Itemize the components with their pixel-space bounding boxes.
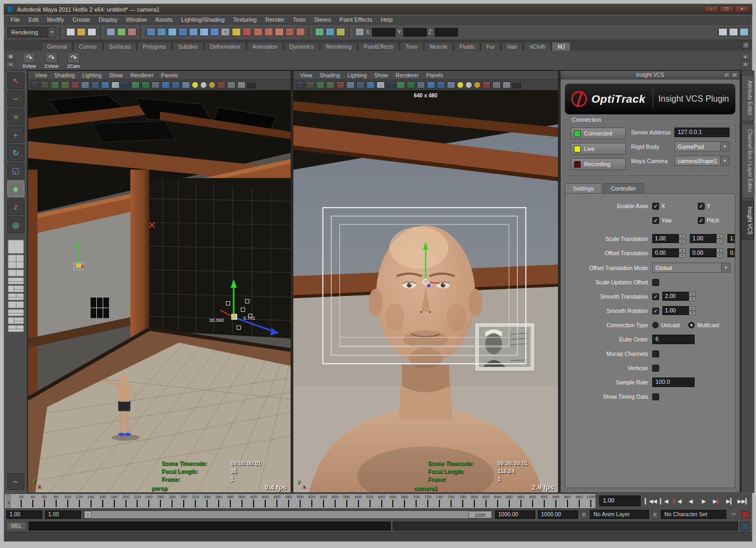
step-forward-key-button[interactable]: ▶▎ xyxy=(711,496,723,507)
vcs-panel-titlebar[interactable]: Insight VCS ▪ × xyxy=(561,71,740,79)
shelf-tab[interactable]: Animation xyxy=(247,42,283,51)
scale-updates-offset-checkbox[interactable] xyxy=(652,279,659,286)
bookmark-icon[interactable] xyxy=(61,82,69,88)
offset-translation-spinbox[interactable]: 0.00▲▼ xyxy=(690,248,723,258)
panel-menu-item[interactable]: Renderer xyxy=(127,72,157,78)
use-default-material-icon[interactable] xyxy=(111,82,120,88)
smooth-translation-checkbox[interactable]: ✓ xyxy=(652,293,659,300)
menu-item[interactable]: Lighting/Shading xyxy=(177,16,229,23)
light-gray-icon[interactable] xyxy=(465,82,472,88)
lock-camera-icon[interactable] xyxy=(41,82,49,88)
minimize-button[interactable]: – xyxy=(704,6,718,13)
scale-translation-spinbox[interactable]: 1.00▲▼ xyxy=(690,234,723,244)
attribute-editor-toggle-icon[interactable] xyxy=(718,28,727,36)
menu-item[interactable]: Render xyxy=(261,16,289,23)
go-to-end-button[interactable]: ▶▶▎ xyxy=(737,496,750,507)
snap-point-icon[interactable] xyxy=(168,28,177,36)
offset-mode-dropdown[interactable]: Global ▼ xyxy=(652,263,731,273)
field-chart-icon[interactable] xyxy=(437,82,445,88)
save-scene-icon[interactable] xyxy=(87,28,96,36)
image-plane-icon[interactable] xyxy=(336,82,345,88)
custom-tool-icon[interactable]: ~ xyxy=(7,473,24,490)
euler-order-input[interactable]: 6 xyxy=(652,335,695,344)
sidebar-vertical-tab[interactable]: Attribute Editor xyxy=(742,75,754,121)
render-current-frame-icon[interactable] xyxy=(315,28,324,36)
snap-grid-icon[interactable] xyxy=(147,28,156,36)
shadows-icon[interactable] xyxy=(121,82,130,88)
gate-mask-icon[interactable] xyxy=(161,82,170,88)
shelf-tab[interactable]: Fur xyxy=(481,42,501,51)
mel-command-input[interactable] xyxy=(29,522,391,531)
offset-translation-spinbox[interactable]: 0.00▲▼ xyxy=(727,248,735,258)
go-to-start-button[interactable]: ▎◀◀ xyxy=(645,496,657,507)
textured-icon[interactable] xyxy=(366,82,375,88)
channel-box-toggle-icon[interactable] xyxy=(740,28,749,36)
bookmark-icon[interactable] xyxy=(326,82,335,88)
panel-menu-item[interactable]: Panels xyxy=(157,72,182,78)
shelf-tab[interactable]: Hair xyxy=(501,42,523,51)
gate-mask-icon[interactable] xyxy=(427,82,435,88)
play-forwards-button[interactable]: ▶ xyxy=(698,496,710,507)
safe-action-icon[interactable] xyxy=(182,82,190,88)
show-timing-data-checkbox[interactable] xyxy=(652,393,659,400)
menu-item[interactable]: File xyxy=(6,16,24,23)
shelf-tab[interactable]: General xyxy=(41,42,73,51)
persp-viewport-canvas[interactable]: 30.060 5.701 Scene Timecode:00:00:00:01 … xyxy=(28,91,291,492)
statusline-grip[interactable] xyxy=(100,26,103,38)
point-magnet-icon[interactable] xyxy=(275,28,284,36)
live-button[interactable]: Live xyxy=(571,143,626,155)
smooth-rotation-checkbox[interactable]: ✓ xyxy=(652,308,659,315)
show-manipulator-tool-icon[interactable]: ◎ xyxy=(7,217,24,233)
resolution-gate-icon[interactable] xyxy=(151,82,160,88)
scale-translation-spinbox[interactable]: 1.00▲▼ xyxy=(727,234,735,244)
open-scene-icon[interactable] xyxy=(77,28,86,36)
wireframe-icon[interactable] xyxy=(346,82,355,88)
layout-single-pane-button[interactable] xyxy=(8,240,24,254)
camera-attributes-icon[interactable] xyxy=(51,82,59,88)
statusline-grip[interactable] xyxy=(59,26,63,38)
shelf-tab[interactable]: Fluids xyxy=(454,42,480,51)
image-plane-icon[interactable] xyxy=(71,82,79,88)
close-button[interactable]: × xyxy=(735,6,749,13)
range-bar[interactable] xyxy=(92,511,469,518)
smooth-rotation-spinbox[interactable]: 1.00▲▼ xyxy=(662,306,696,316)
offset-translation-spinbox[interactable]: 0.00▲▼ xyxy=(652,248,686,258)
camera-attributes-icon[interactable] xyxy=(316,82,325,88)
menu-item[interactable]: Stereo xyxy=(310,16,335,23)
axis-y-checkbox[interactable]: ✓Y xyxy=(698,203,735,210)
shelf-tab[interactable]: Toon xyxy=(400,42,424,51)
script-editor-icon[interactable] xyxy=(740,522,750,531)
smooth-translation-spinbox[interactable]: 2.00▲▼ xyxy=(662,292,696,301)
rotate-tool-icon[interactable]: ↻ xyxy=(7,145,24,161)
layout-two-vertical-button[interactable] xyxy=(8,269,24,276)
connected-button[interactable]: Connected xyxy=(571,128,626,139)
menu-item[interactable]: Paint Effects xyxy=(335,16,376,23)
scale-translation-spinbox[interactable]: 1.00▲▼ xyxy=(652,234,686,244)
snap-align-icon[interactable] xyxy=(210,28,219,36)
axis-pitch-checkbox[interactable]: ✓Pitch xyxy=(698,217,735,224)
shelf-tab[interactable]: MJ xyxy=(552,42,571,51)
axis-magnet-icon[interactable] xyxy=(285,28,294,36)
layout-hypershade-button[interactable] xyxy=(8,317,24,324)
isolate-select-icon[interactable] xyxy=(217,82,226,88)
panel-menu-item[interactable]: Shading xyxy=(51,72,79,78)
menu-item[interactable]: Toon xyxy=(289,16,310,23)
maya-camera-dropdown[interactable]: cameraShape1 ▼ xyxy=(674,156,730,166)
shelf-tab[interactable]: Surfaces xyxy=(103,42,137,51)
shelf-item-2cam[interactable]: ↷ 2Cam xyxy=(64,52,84,69)
snap-curve-icon[interactable] xyxy=(157,28,166,36)
step-forward-frame-button[interactable]: ▶▎ xyxy=(724,496,736,507)
use-default-material-icon[interactable] xyxy=(376,82,385,88)
shelf-toggle-icon[interactable]: Ʊ xyxy=(742,41,750,49)
light-yellow-icon[interactable] xyxy=(192,82,199,88)
shelf-tab[interactable]: PaintEffects xyxy=(358,42,399,51)
render-settings-icon[interactable] xyxy=(336,28,345,36)
film-gate-icon[interactable] xyxy=(407,82,415,88)
layout-three-bottom-button[interactable] xyxy=(8,293,24,300)
shelf-scroll-down-icon[interactable]: ▼ xyxy=(741,61,750,68)
layout-persp-uv-button[interactable] xyxy=(8,325,24,332)
grid-toggle-icon[interactable] xyxy=(131,82,140,88)
anim-layer-dropdown[interactable]: No Anim Layer xyxy=(590,510,649,519)
help-icon[interactable]: ? xyxy=(221,28,230,36)
axis-yaw-checkbox[interactable]: ✓Yaw xyxy=(652,217,698,224)
